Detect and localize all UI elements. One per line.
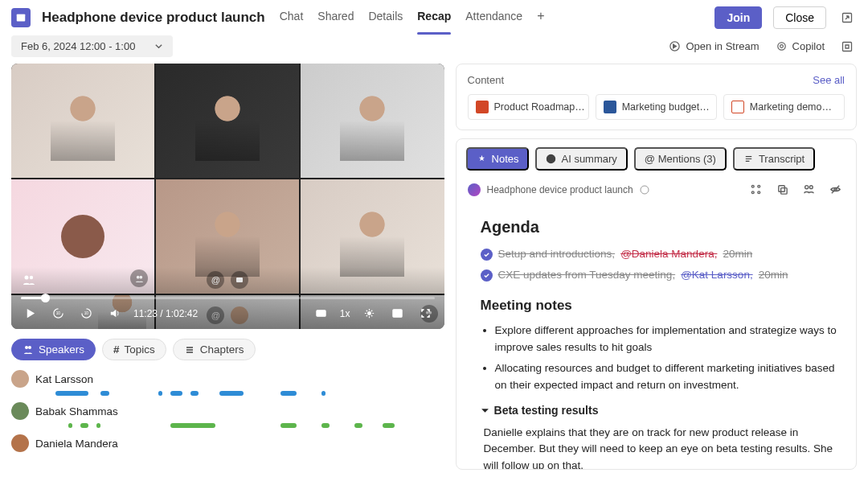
speed-label[interactable]: 1x xyxy=(340,308,350,319)
timeline[interactable] xyxy=(35,423,444,428)
tab-recap[interactable]: Recap xyxy=(417,9,451,27)
copilot-button[interactable]: Copilot xyxy=(772,37,828,56)
join-button[interactable]: Join xyxy=(714,6,762,29)
svg-text:cc: cc xyxy=(318,311,322,315)
speaker-row: Daniela Mandera xyxy=(11,434,444,452)
content-heading: Content xyxy=(468,74,505,86)
left-column: @ @ 10 10 11:23 / 1:02: xyxy=(11,64,444,470)
content-panel: Content See all Product Roadmap… Marketi… xyxy=(456,64,857,130)
chip-topics[interactable]: #Topics xyxy=(102,339,166,360)
svg-point-13 xyxy=(30,276,33,279)
beta-text: Danielle explains that they are on track… xyxy=(484,425,840,469)
tab-shared[interactable]: Shared xyxy=(317,9,354,27)
pill-ai-summary[interactable]: AI summary xyxy=(535,147,627,171)
copilot-icon xyxy=(776,40,788,52)
pill-mentions[interactable]: @ Mentions (3) xyxy=(634,147,727,171)
svg-rect-6 xyxy=(843,42,852,51)
svg-point-18 xyxy=(367,312,371,315)
svg-rect-20 xyxy=(397,314,401,317)
chevron-down-icon xyxy=(154,42,163,51)
svg-point-33 xyxy=(809,186,813,189)
tab-chat[interactable]: Chat xyxy=(280,9,304,27)
recap-tabs: Notes AI summary @ Mentions (3) Transcri… xyxy=(457,139,856,171)
close-button[interactable]: Close xyxy=(773,6,826,29)
avatar xyxy=(11,402,29,420)
settings-button[interactable] xyxy=(360,304,379,323)
collapse-toggle[interactable]: Beta testing results xyxy=(481,402,840,420)
note-doc-title: Headphone device product launch xyxy=(487,184,633,195)
grid-icon[interactable] xyxy=(747,180,765,199)
agenda-heading: Agenda xyxy=(481,215,840,240)
share-people-icon[interactable] xyxy=(800,180,818,199)
pill-notes[interactable]: Notes xyxy=(466,147,530,171)
popout-icon[interactable] xyxy=(837,8,857,27)
copy-icon[interactable] xyxy=(773,180,792,199)
svg-point-24 xyxy=(547,154,555,162)
meeting-title: Headphone device product launch xyxy=(42,10,265,26)
chevron-down-icon xyxy=(481,406,489,415)
svg-rect-31 xyxy=(781,188,788,195)
svg-point-29 xyxy=(758,191,760,194)
view-chips: Speakers #Topics Chapters xyxy=(11,339,444,360)
speaker-row: Kat Larsson xyxy=(11,370,444,396)
volume-button[interactable] xyxy=(105,304,124,323)
note-item: Allocating resources and budget to diffe… xyxy=(495,360,840,394)
agenda-item: CXE updates from Tuesday meeting, @Kat L… xyxy=(481,267,840,284)
captions-button[interactable]: cc xyxy=(312,304,330,323)
visibility-icon[interactable] xyxy=(826,180,845,199)
chip-speakers[interactable]: Speakers xyxy=(11,339,96,360)
note-item: Explore different approaches for impleme… xyxy=(495,323,840,356)
chip-chapters[interactable]: Chapters xyxy=(173,339,256,360)
subheader: Feb 6, 2024 12:00 - 1:00 Open in Stream … xyxy=(0,35,868,64)
powerpoint-icon xyxy=(476,101,489,113)
svg-text:10: 10 xyxy=(56,311,61,315)
svg-point-5 xyxy=(780,45,783,48)
pill-transcript[interactable]: Transcript xyxy=(733,147,815,171)
speaker-name: Babak Shammas xyxy=(35,405,118,417)
tab-attendance[interactable]: Attendance xyxy=(465,9,522,27)
see-all-link[interactable]: See all xyxy=(813,74,845,86)
play-button[interactable] xyxy=(21,304,39,323)
svg-rect-1 xyxy=(17,14,26,17)
fullscreen-button[interactable] xyxy=(416,304,435,323)
main-content: @ @ 10 10 11:23 / 1:02: xyxy=(0,64,868,470)
check-icon[interactable] xyxy=(481,249,493,261)
video-scrubber[interactable] xyxy=(21,297,435,299)
svg-point-21 xyxy=(25,346,28,349)
stream-icon xyxy=(669,40,681,52)
open-in-stream-button[interactable]: Open in Stream xyxy=(665,37,762,56)
forward-10-button[interactable]: 10 xyxy=(77,304,96,323)
agenda-item: Setup and introductions, @Daniela Mander… xyxy=(481,246,840,263)
date-selector[interactable]: Feb 6, 2024 12:00 - 1:00 xyxy=(11,35,173,57)
check-icon[interactable] xyxy=(481,269,493,282)
speaker-timeline: Kat Larsson Babak Shammas Daniela Mander… xyxy=(11,370,444,452)
tab-details[interactable]: Details xyxy=(368,9,403,27)
avatar xyxy=(11,434,29,452)
speaker-row: Babak Shammas xyxy=(11,402,444,428)
note-body[interactable]: Agenda Setup and introductions, @Daniela… xyxy=(457,204,856,469)
svg-point-28 xyxy=(751,191,754,194)
content-items: Product Roadmap… Marketing budget… Marke… xyxy=(468,94,845,120)
recap-panel: Notes AI summary @ Mentions (3) Transcri… xyxy=(456,138,857,470)
avatar xyxy=(11,370,29,388)
tab-add[interactable]: + xyxy=(537,9,544,27)
people-icon xyxy=(23,273,35,286)
rewind-10-button[interactable]: 10 xyxy=(49,304,68,323)
expand-icon[interactable] xyxy=(837,37,857,56)
video-player[interactable]: @ @ 10 10 11:23 / 1:02: xyxy=(11,64,444,329)
svg-point-32 xyxy=(805,186,809,189)
pip-button[interactable] xyxy=(388,304,407,323)
app-header: Headphone device product launch Chat Sha… xyxy=(0,0,868,35)
content-file-video[interactable]: Marketing demo… xyxy=(723,94,845,120)
timeline[interactable] xyxy=(35,391,444,396)
note-doc-header: Headphone device product launch xyxy=(457,171,856,204)
meeting-app-icon xyxy=(11,8,31,27)
content-file-powerpoint[interactable]: Product Roadmap… xyxy=(468,94,589,120)
svg-rect-30 xyxy=(779,186,785,192)
svg-point-4 xyxy=(777,43,784,50)
speaker-name: Daniela Mandera xyxy=(35,438,118,450)
content-file-word[interactable]: Marketing budget… xyxy=(596,94,717,120)
svg-point-27 xyxy=(758,185,760,187)
svg-line-35 xyxy=(832,186,839,193)
svg-text:10: 10 xyxy=(84,311,89,315)
